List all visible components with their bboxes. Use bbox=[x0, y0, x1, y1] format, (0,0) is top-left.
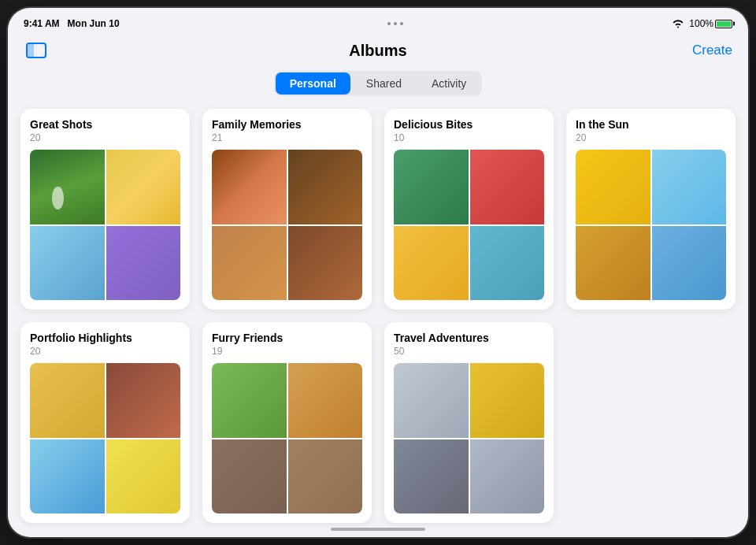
time-display: 9:41 AM bbox=[24, 18, 60, 29]
photo-1 bbox=[394, 363, 469, 438]
album-card-in-the-sun[interactable]: In the Sun 20 bbox=[566, 109, 736, 310]
album-title: Furry Friends bbox=[212, 332, 362, 344]
album-photos bbox=[212, 363, 362, 513]
photo-2 bbox=[288, 363, 363, 438]
photo-4 bbox=[470, 226, 545, 301]
photo-3 bbox=[212, 226, 287, 301]
photo-2 bbox=[470, 150, 545, 224]
photo-3 bbox=[394, 226, 469, 301]
create-button[interactable]: Create bbox=[692, 43, 732, 58]
tab-shared[interactable]: Shared bbox=[352, 72, 416, 95]
album-count: 20 bbox=[30, 346, 180, 357]
album-photos bbox=[30, 363, 180, 513]
album-title: Delicious Bites bbox=[394, 118, 544, 131]
album-card-delicious-bites[interactable]: Delicious Bites 10 bbox=[384, 109, 554, 310]
album-photos bbox=[394, 363, 544, 513]
photo-2 bbox=[106, 363, 181, 438]
album-count: 20 bbox=[576, 132, 726, 143]
album-count: 10 bbox=[394, 132, 544, 143]
photo-1 bbox=[212, 363, 287, 438]
album-card-furry-friends[interactable]: Furry Friends 19 bbox=[202, 322, 372, 523]
battery-fill bbox=[717, 21, 731, 27]
dot-1 bbox=[387, 22, 391, 25]
album-photos bbox=[394, 150, 544, 300]
photo-3 bbox=[30, 439, 105, 514]
album-card-family-memories[interactable]: Family Memories 21 bbox=[202, 109, 372, 310]
ipad-frame: 9:41 AM Mon Jun 10 100% bbox=[8, 8, 748, 537]
tab-bar: Personal Shared Activity bbox=[8, 71, 748, 96]
album-photos bbox=[576, 150, 726, 300]
album-count: 50 bbox=[394, 346, 544, 357]
battery-icon bbox=[715, 20, 732, 28]
photo-1 bbox=[212, 150, 287, 224]
album-card-great-shots[interactable]: Great Shots 20 bbox=[20, 109, 190, 310]
sidebar-icon bbox=[26, 43, 46, 58]
photo-2 bbox=[470, 363, 545, 438]
photo-2 bbox=[288, 150, 363, 224]
battery: 100% bbox=[689, 18, 732, 29]
album-title: Family Memories bbox=[212, 118, 362, 131]
date-display: Mon Jun 10 bbox=[68, 18, 120, 29]
photo-1 bbox=[394, 150, 469, 224]
photo-4 bbox=[106, 439, 181, 514]
status-bar: 9:41 AM Mon Jun 10 100% bbox=[8, 8, 748, 36]
photo-4 bbox=[470, 439, 545, 514]
photo-4 bbox=[652, 226, 727, 301]
album-count: 19 bbox=[212, 346, 362, 357]
album-title: In the Sun bbox=[576, 118, 726, 131]
photo-3 bbox=[212, 439, 287, 514]
wifi-icon bbox=[672, 19, 684, 28]
photo-1 bbox=[30, 150, 105, 224]
album-title: Portfolio Highlights bbox=[30, 332, 180, 344]
page-title: Albums bbox=[349, 42, 406, 60]
photo-2 bbox=[652, 150, 727, 224]
photo-1 bbox=[576, 150, 650, 224]
album-title: Travel Adventures bbox=[394, 332, 544, 344]
tab-activity[interactable]: Activity bbox=[417, 72, 480, 95]
battery-percentage: 100% bbox=[689, 18, 713, 29]
photo-4 bbox=[106, 226, 181, 301]
album-card-travel-adventures[interactable]: Travel Adventures 50 bbox=[384, 322, 554, 523]
dot-2 bbox=[394, 22, 397, 25]
photo-4 bbox=[288, 439, 363, 514]
dot-3 bbox=[400, 22, 403, 25]
photo-2 bbox=[106, 150, 181, 224]
status-time: 9:41 AM Mon Jun 10 bbox=[24, 18, 120, 29]
photo-3 bbox=[30, 226, 105, 301]
album-photos bbox=[30, 150, 180, 300]
status-dots bbox=[387, 22, 403, 25]
segmented-control: Personal Shared Activity bbox=[274, 71, 483, 96]
status-right: 100% bbox=[672, 18, 732, 29]
album-title: Great Shots bbox=[30, 118, 180, 131]
album-card-portfolio-highlights[interactable]: Portfolio Highlights 20 bbox=[20, 322, 190, 523]
photo-4 bbox=[288, 226, 363, 301]
albums-grid: Great Shots 20 Family Memories 21 Delici… bbox=[8, 109, 748, 523]
tab-personal[interactable]: Personal bbox=[276, 72, 350, 95]
album-count: 20 bbox=[30, 132, 180, 143]
photo-3 bbox=[394, 439, 469, 514]
album-count: 21 bbox=[212, 132, 362, 143]
photo-3 bbox=[576, 226, 650, 301]
album-photos bbox=[212, 150, 362, 300]
sidebar-toggle-button[interactable] bbox=[24, 39, 49, 61]
photo-1 bbox=[30, 363, 105, 438]
header: Albums Create bbox=[8, 36, 748, 68]
home-indicator bbox=[331, 528, 425, 531]
